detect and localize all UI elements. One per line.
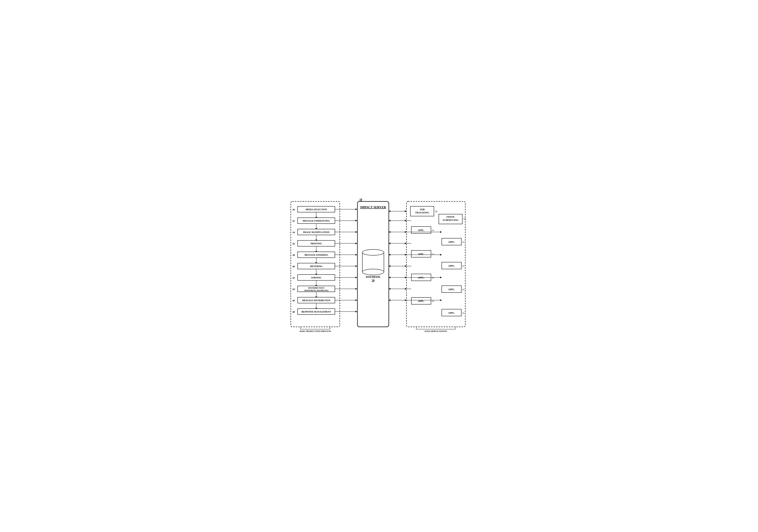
svg-point-24 (362, 249, 384, 255)
svg-text:54: 54 (432, 253, 434, 255)
process-label-9: RESPONSE MANAGEMENT (301, 311, 331, 313)
svg-text:54: 54 (462, 312, 465, 314)
svg-marker-70 (356, 242, 357, 244)
process-label-0: MEDIA SELECTION (306, 208, 327, 211)
process-label-8: MESSAGE DISTRIBUTION (302, 299, 330, 302)
right-panel-label: DATA APPLICATIONS (425, 330, 447, 332)
svg-marker-76 (356, 277, 357, 279)
svg-text:SCHEDULING: SCHEDULING (443, 219, 459, 221)
row-number-42: 42 (292, 276, 295, 279)
diagram-container: 30MEDIA SELECTION32MESSAGE FORMATTING34I… (285, 197, 473, 335)
row-number-46: 46 (292, 299, 295, 302)
process-label-1: MESSAGE FORMATTING (303, 220, 330, 222)
main-diagram: 30MEDIA SELECTION32MESSAGE FORMATTING34I… (285, 197, 473, 335)
svg-text:APPL.: APPL. (418, 276, 425, 279)
db-label: DATABASE (366, 276, 380, 279)
row-number-40: 40 (292, 265, 295, 268)
svg-text:APPL.: APPL. (448, 265, 455, 267)
svg-text:FINITE: FINITE (446, 216, 455, 218)
svg-text:APPL.: APPL. (448, 312, 455, 314)
row-number-44: 44 (292, 288, 295, 291)
svg-text:DISTRIBUTION: DISTRIBUTION (308, 287, 324, 289)
svg-text:54: 54 (462, 241, 465, 243)
db-number: 20 (372, 279, 374, 282)
process-label-3: PRINTING (311, 242, 322, 245)
svg-text:54: 54 (432, 229, 434, 231)
svg-marker-64 (356, 208, 357, 210)
row-number-36: 36 (292, 242, 295, 245)
row-number-32: 32 (292, 219, 295, 222)
svg-marker-74 (356, 265, 357, 267)
svg-text:/MATERIAL HANDLING: /MATERIAL HANDLING (304, 289, 328, 291)
svg-text:52: 52 (463, 217, 466, 220)
row-number-38: 38 (292, 253, 295, 256)
svg-text:APPL.: APPL. (418, 229, 425, 232)
svg-marker-72 (356, 254, 357, 256)
svg-marker-78 (356, 288, 357, 290)
svg-text:APPL.: APPL. (418, 253, 425, 255)
process-label-2: IMAGE MANIPULATION (303, 231, 330, 233)
left-panel-label: MAIL PRODUCTION PROCESS (299, 330, 331, 332)
svg-marker-82 (356, 311, 357, 313)
process-label-4: MESSAGE FINISHING (304, 254, 328, 256)
svg-text:APPL.: APPL. (448, 241, 455, 243)
row-number-30: 30 (292, 208, 295, 211)
svg-text:TRACKING: TRACKING (415, 211, 429, 214)
svg-text:50: 50 (435, 210, 437, 213)
process-label-6: SORTING (311, 277, 322, 279)
svg-point-27 (362, 269, 384, 275)
server-number: 10 (360, 198, 362, 201)
svg-text:54: 54 (462, 265, 465, 267)
row-number-48: 48 (292, 310, 295, 313)
svg-marker-80 (356, 299, 357, 301)
svg-text:JOB: JOB (420, 208, 425, 211)
svg-text:APPL.: APPL. (448, 288, 455, 291)
svg-text:54: 54 (462, 288, 465, 291)
svg-text:54: 54 (432, 300, 434, 302)
svg-marker-68 (356, 231, 357, 233)
svg-marker-66 (356, 220, 357, 222)
impact-server-title: IMPACT SERVER (360, 206, 386, 209)
process-label-5: METERING (310, 265, 323, 267)
svg-text:54: 54 (432, 277, 434, 279)
row-number-34: 34 (292, 231, 295, 234)
